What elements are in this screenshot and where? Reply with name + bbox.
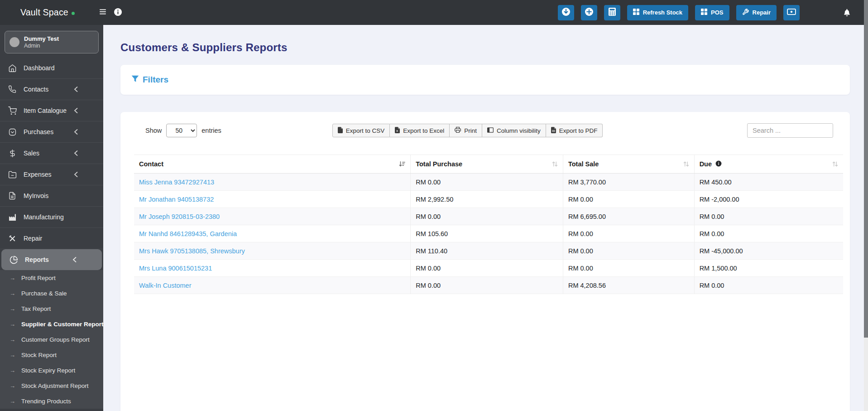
arrow-right-icon: → — [10, 305, 15, 312]
submenu-item-label: Stock Report — [21, 352, 57, 358]
total-sale-cell: RM 4,208.56 — [563, 277, 694, 294]
export-excel-button[interactable]: Export to Excel — [390, 124, 450, 137]
contact-link[interactable]: Mr Jonathan 9405138732 — [139, 196, 214, 203]
pos-label: POS — [711, 9, 723, 16]
reports-submenu-item[interactable]: → Stock Report — [0, 347, 103, 363]
submenu-item-label: Tax Report — [21, 305, 51, 312]
column-header-total-sale[interactable]: Total Sale — [563, 155, 694, 174]
contact-link[interactable]: Mr Nanhd 8461289435, Gardenia — [139, 230, 237, 237]
reports-submenu-item[interactable]: → Tax Report — [0, 301, 103, 316]
total-purchase-cell: RM 2,992.50 — [411, 191, 563, 208]
arrow-right-icon: → — [10, 382, 15, 389]
contact-link[interactable]: Mrs Luna 900615015231 — [139, 265, 212, 272]
file-csv-icon — [338, 127, 343, 135]
sidebar-item-expenses[interactable]: Expenses — [0, 164, 103, 185]
total-sale-cell: RM 0.00 — [563, 242, 694, 260]
export-csv-button[interactable]: Export to CSV — [332, 124, 390, 137]
phone-icon — [8, 85, 17, 93]
notifications-button[interactable] — [840, 7, 854, 18]
dollar-icon — [8, 149, 17, 158]
submenu-item-label: Customer Groups Report — [21, 336, 90, 343]
sidebar-item-dashboard[interactable]: Dashboard — [0, 58, 103, 79]
sidebar-item-label: Purchases — [24, 128, 53, 135]
repair-button[interactable]: Repair — [736, 5, 777, 20]
factory-icon — [8, 213, 17, 222]
contact-link[interactable]: Walk-In Customer — [139, 282, 191, 289]
money-bill-icon — [787, 8, 796, 17]
search-input[interactable] — [747, 123, 833, 138]
reports-submenu-item[interactable]: → Trending Products — [0, 393, 103, 409]
user-card[interactable]: Dummy Test Admin — [5, 31, 99, 53]
chevron-left-icon — [74, 172, 78, 177]
sidebar-item-label: Reports — [25, 256, 49, 263]
total-purchase-cell: RM 0.00 — [411, 260, 563, 277]
sidebar-item-manufacturing[interactable]: Manufacturing — [0, 207, 103, 228]
total-sale-cell: RM 0.00 — [563, 191, 694, 208]
sidebar-item-sales[interactable]: Sales — [0, 143, 103, 164]
table-row: Mr Jonathan 9405138732 RM 2,992.50 RM 0.… — [134, 191, 843, 208]
folder-icon — [8, 170, 17, 179]
sidebar: Dummy Test Admin Dashboard Contacts Item… — [0, 25, 103, 411]
column-header-total-purchase[interactable]: Total Purchase — [411, 155, 563, 174]
sidebar-item-reports[interactable]: Reports — [1, 249, 102, 270]
tools-icon — [8, 234, 17, 243]
sidebar-item-repair[interactable]: Repair — [0, 228, 103, 249]
column-visibility-button[interactable]: Column visibility — [482, 124, 546, 137]
user-role: Admin — [24, 43, 59, 49]
chevron-left-icon — [74, 129, 78, 135]
sidebar-menu: Dashboard Contacts Item Catalogue Purcha… — [0, 58, 103, 270]
chevron-left-icon — [74, 150, 78, 156]
table-row: Mr Nanhd 8461289435, Gardenia RM 105.60 … — [134, 225, 843, 242]
sidebar-item-item-catalogue[interactable]: Item Catalogue — [0, 100, 103, 121]
scrollbar-thumb[interactable] — [864, 0, 868, 338]
contact-link[interactable]: Miss Jenna 93472927413 — [139, 179, 214, 186]
sidebar-item-label: Repair — [24, 235, 42, 242]
sidebar-item-label: Manufacturing — [24, 213, 64, 221]
sidebar-toggle-button[interactable] — [100, 9, 106, 16]
reports-submenu-item[interactable]: → Profit Report — [0, 270, 103, 285]
refresh-stock-button[interactable]: Refresh Stock — [627, 5, 688, 20]
reports-submenu-item[interactable]: → Customer Groups Report — [0, 332, 103, 347]
submenu-item-label: Stock Expiry Report — [21, 367, 75, 374]
status-dot-icon — [72, 12, 75, 15]
table-row: Mrs Luna 900615015231 RM 0.00 RM 0.00 RM… — [134, 260, 843, 277]
chevron-left-icon — [74, 87, 78, 92]
column-header-due[interactable]: Due — [694, 155, 843, 174]
pos-button[interactable]: POS — [695, 5, 729, 20]
reports-submenu-item[interactable]: → Stock Adjustment Report — [0, 378, 103, 393]
add-button[interactable] — [581, 5, 597, 20]
info-icon — [114, 8, 122, 18]
column-header-contact[interactable]: Contact — [134, 155, 411, 174]
due-cell: RM 450.00 — [694, 174, 843, 191]
sidebar-item-myinvois[interactable]: MyInvois — [0, 185, 103, 207]
filters-title: Filters — [143, 75, 168, 85]
sidebar-item-purchases[interactable]: Purchases — [0, 121, 103, 143]
file-pdf-icon — [551, 127, 556, 135]
sort-both-icon — [552, 161, 558, 167]
reports-submenu-item[interactable]: → Purchase & Sale — [0, 285, 103, 301]
arrow-right-icon: → — [10, 352, 15, 358]
export-pdf-button[interactable]: Export to PDF — [546, 124, 603, 137]
due-cell: RM 1,500.00 — [694, 260, 843, 277]
sidebar-item-label: Contacts — [24, 86, 48, 93]
page-title: Customers & Suppliers Reports — [120, 41, 850, 54]
info-circle-icon[interactable] — [715, 160, 722, 168]
filters-card[interactable]: Filters — [120, 65, 850, 95]
download-button[interactable] — [558, 5, 574, 20]
info-button[interactable] — [114, 8, 122, 18]
contact-link[interactable]: Mr Joseph 920815-03-2380 — [139, 213, 220, 220]
due-cell: RM 0.00 — [694, 277, 843, 294]
contact-link[interactable]: Mrs Hawk 9705138085, Shrewsbury — [139, 247, 245, 255]
print-button[interactable]: Print — [450, 124, 482, 137]
grid-icon — [633, 9, 639, 16]
reports-submenu-item[interactable]: → Supplier & Customer Report — [0, 316, 103, 332]
cash-button[interactable] — [783, 5, 800, 20]
table-row: Miss Jenna 93472927413 RM 0.00 RM 3,770.… — [134, 174, 843, 191]
page-length-select[interactable]: 50 — [166, 124, 197, 137]
reports-submenu-item[interactable]: → Stock Expiry Report — [0, 363, 103, 378]
page-scrollbar[interactable] — [864, 0, 868, 411]
calculator-button[interactable] — [604, 5, 620, 20]
columns-icon — [487, 127, 494, 134]
sidebar-item-contacts[interactable]: Contacts — [0, 79, 103, 100]
show-label: Show — [145, 127, 162, 134]
